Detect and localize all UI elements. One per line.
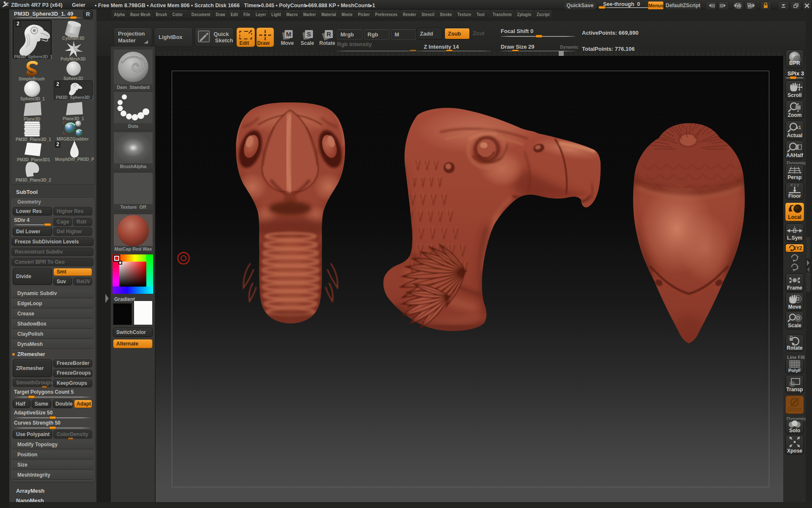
svg-text:L.Sym: L.Sym (787, 235, 802, 241)
svg-text:Scale: Scale (788, 323, 801, 329)
svg-text:Frame: Frame (787, 285, 802, 291)
svg-text:Transp: Transp (786, 387, 803, 392)
svg-text:Rotate: Rotate (787, 345, 803, 351)
svg-text:Scroll: Scroll (787, 92, 801, 98)
svg-text:Z: Z (796, 265, 799, 270)
svg-text:Xpose: Xpose (787, 448, 802, 454)
svg-text:AAHalf: AAHalf (786, 152, 804, 158)
svg-text:Actual: Actual (787, 133, 803, 138)
svg-text:XYZ: XYZ (793, 246, 802, 251)
svg-text:S: S (307, 30, 311, 38)
svg-text:Solo: Solo (789, 428, 800, 433)
svg-text:Zoom: Zoom (788, 112, 802, 118)
svg-text:Local: Local (788, 214, 801, 220)
svg-text:M: M (286, 30, 291, 38)
svg-text:BPR: BPR (789, 60, 800, 66)
svg-text:Persp: Persp (787, 174, 801, 180)
svg-text:Floor: Floor (788, 193, 801, 199)
svg-text:Ghost: Ghost (787, 406, 802, 412)
svg-text:R: R (326, 30, 331, 38)
svg-text:⨉ Y Z: ⨉ Y Z (790, 183, 799, 187)
svg-text:Move: Move (788, 304, 801, 310)
svg-text:x1: x1 (796, 125, 801, 130)
svg-text:PolyF: PolyF (788, 368, 801, 373)
svg-text:Y: Y (796, 255, 799, 260)
